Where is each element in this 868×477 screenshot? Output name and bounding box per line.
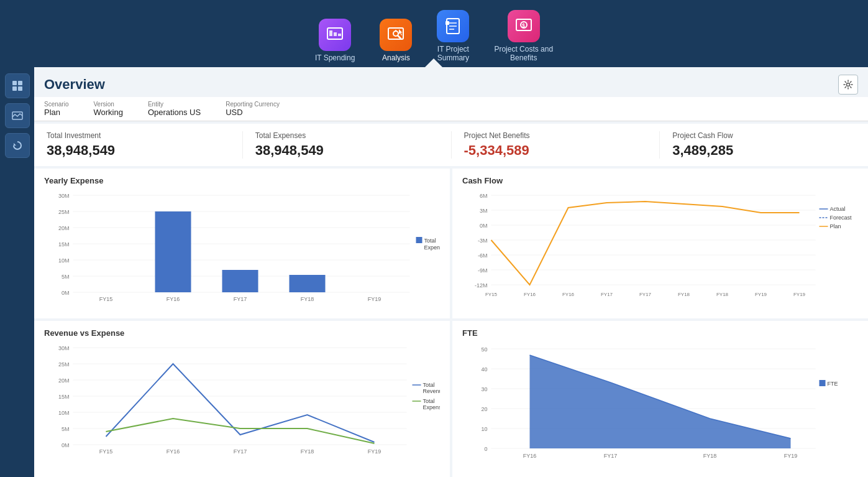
sidebar-btn-image[interactable] [5, 103, 30, 128]
svg-text:Expenses: Expenses [424, 244, 441, 251]
fte-chart: 50 40 30 20 10 0 FY [462, 343, 858, 470]
svg-text:5M: 5M [62, 274, 70, 280]
kpi-row: Total Investment 38,948,549 Total Expens… [34, 124, 868, 166]
currency-field: Reporting Currency USD [226, 101, 280, 117]
svg-text:20: 20 [481, 406, 487, 412]
svg-text:FY17: FY17 [234, 448, 247, 455]
svg-text:5M: 5M [62, 426, 70, 432]
svg-rect-17 [12, 81, 17, 85]
svg-line-6 [398, 35, 401, 39]
svg-text:FY17: FY17 [604, 453, 618, 459]
yearly-expense-chart: 30M 25M 20M 15M 10M 5M 0M [44, 190, 440, 311]
it-project-summary-icon [437, 10, 469, 42]
cash-flow-panel: Cash Flow 6M 3M 0M -3M -6M -9M -12M [452, 169, 868, 318]
svg-text:10M: 10M [58, 410, 70, 416]
nav-it-spending[interactable]: IT Spending [315, 19, 355, 67]
svg-text:-12M: -12M [475, 282, 488, 289]
svg-marker-117 [530, 355, 791, 448]
svg-rect-13 [445, 21, 449, 25]
revenue-vs-expense-panel: Revenue vs Expense 30M 25M 20M 15M 10M 5… [34, 321, 450, 477]
svg-text:Expenses: Expenses [423, 404, 441, 410]
svg-text:FTE: FTE [828, 381, 838, 387]
svg-text:FY19: FY19 [368, 296, 381, 302]
svg-rect-40 [222, 270, 258, 292]
analysis-icon [380, 19, 412, 51]
svg-text:10M: 10M [58, 257, 70, 264]
svg-text:FY16: FY16 [524, 292, 536, 297]
svg-text:Revenue: Revenue [423, 388, 441, 394]
svg-text:20M: 20M [58, 225, 70, 231]
svg-text:FY18: FY18 [678, 292, 690, 297]
svg-text:40: 40 [481, 366, 487, 373]
svg-text:30M: 30M [58, 345, 70, 351]
yearly-expense-panel: Yearly Expense 30M 25M 20M 15M 10M 5M 0M [34, 169, 450, 318]
svg-text:Forecast: Forecast [830, 215, 852, 221]
svg-text:FY18: FY18 [301, 448, 314, 455]
top-nav: IT Spending Analysis IT Project [0, 0, 868, 67]
svg-text:20M: 20M [58, 377, 70, 384]
svg-text:25M: 25M [58, 361, 70, 368]
svg-text:FY19: FY19 [793, 292, 806, 297]
svg-text:Total: Total [424, 238, 436, 244]
svg-text:15M: 15M [58, 394, 70, 400]
svg-rect-2 [334, 32, 337, 36]
charts-grid: Yearly Expense 30M 25M 20M 15M 10M 5M 0M [34, 169, 868, 477]
svg-rect-20 [18, 86, 22, 91]
svg-text:FY16: FY16 [167, 296, 180, 302]
svg-text:-6M: -6M [478, 252, 488, 259]
svg-text:FY15: FY15 [99, 448, 113, 455]
svg-rect-41 [290, 275, 326, 292]
entity-field: Entity Operations US [148, 101, 201, 117]
svg-text:30M: 30M [58, 193, 70, 199]
svg-text:$: $ [522, 22, 525, 29]
svg-text:FY19: FY19 [784, 453, 798, 459]
cash-flow-chart: 6M 3M 0M -3M -6M -9M -12M [462, 190, 858, 311]
svg-text:FY15: FY15 [99, 296, 113, 302]
nav-project-costs-benefits[interactable]: $ Project Costs andBenefits [494, 10, 553, 67]
svg-text:Plan: Plan [830, 223, 841, 229]
svg-text:FY16: FY16 [523, 453, 537, 459]
sidebar-btn-refresh[interactable] [5, 133, 30, 158]
svg-text:0: 0 [484, 446, 487, 452]
settings-button[interactable] [838, 75, 858, 95]
svg-text:FY18: FY18 [301, 296, 314, 302]
page-title: Overview [44, 76, 105, 93]
svg-text:50: 50 [481, 346, 487, 353]
svg-text:FY18: FY18 [703, 453, 717, 459]
svg-text:FY17: FY17 [234, 296, 247, 302]
it-spending-icon [319, 19, 351, 51]
version-field: Version Working [93, 101, 122, 117]
svg-text:0M: 0M [62, 290, 70, 296]
scenario-field: Scenario Plan [44, 101, 68, 117]
meta-bar: Scenario Plan Version Working Entity Ope… [34, 97, 868, 121]
kpi-project-cash-flow: Project Cash Flow 3,489,285 [660, 131, 868, 159]
svg-rect-122 [820, 380, 826, 386]
svg-rect-1 [329, 30, 332, 36]
kpi-project-net-benefits: Project Net Benefits -5,334,589 [452, 131, 660, 159]
overview-header: Overview [34, 67, 868, 97]
svg-rect-3 [338, 34, 341, 36]
svg-point-23 [847, 83, 850, 86]
kpi-total-investment: Total Investment 38,948,549 [34, 131, 243, 159]
svg-text:FY17: FY17 [601, 292, 613, 297]
svg-text:FY15: FY15 [485, 292, 498, 297]
svg-text:10: 10 [481, 426, 487, 432]
sidebar-btn-grid[interactable] [5, 73, 30, 98]
svg-text:Total: Total [423, 398, 435, 404]
left-sidebar [0, 67, 34, 477]
svg-text:FY19: FY19 [368, 448, 381, 455]
svg-text:-9M: -9M [478, 267, 488, 274]
svg-text:30: 30 [481, 386, 487, 392]
revenue-vs-expense-chart: 30M 25M 20M 15M 10M 5M 0M [44, 343, 440, 470]
svg-text:15M: 15M [58, 241, 70, 248]
svg-text:25M: 25M [58, 209, 70, 215]
svg-text:Total: Total [423, 382, 435, 388]
nav-analysis[interactable]: Analysis [380, 19, 412, 67]
svg-text:3M: 3M [480, 208, 488, 214]
svg-text:6M: 6M [480, 193, 488, 199]
main-content: Overview Scenario Plan Version Working E… [34, 67, 868, 477]
svg-text:-3M: -3M [478, 238, 488, 244]
svg-marker-8 [399, 29, 403, 35]
svg-text:Actual: Actual [830, 206, 846, 212]
svg-text:FY19: FY19 [755, 292, 767, 297]
